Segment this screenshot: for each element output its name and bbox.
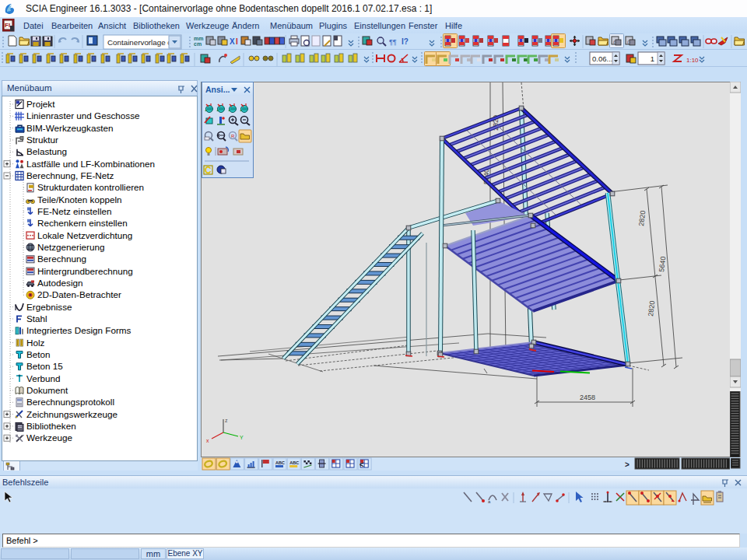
svg-text:Werkzeuge: Werkzeuge xyxy=(26,432,72,443)
svg-text:0.06...: 0.06... xyxy=(592,54,612,63)
svg-text:ABC: ABC xyxy=(275,460,285,465)
svg-text:FI: FI xyxy=(5,22,10,29)
svg-text:Beton 15: Beton 15 xyxy=(26,361,63,371)
svg-text:5640: 5640 xyxy=(658,256,667,272)
svg-text:<: < xyxy=(359,460,364,469)
svg-text:2820: 2820 xyxy=(647,300,656,317)
svg-text:Containervorlage o: Containervorlage o xyxy=(107,38,172,47)
svg-text:Strukturdaten kontrollieren: Strukturdaten kontrollieren xyxy=(37,182,144,192)
svg-text:Berechnung, FE-Netz: Berechnung, FE-Netz xyxy=(26,170,114,180)
svg-text:z: z xyxy=(225,418,228,423)
svg-text:Struktur: Struktur xyxy=(26,135,58,145)
svg-text:Holz: Holz xyxy=(26,338,45,348)
svg-text:Berechnung: Berechnung xyxy=(37,254,86,264)
svg-text:a: a xyxy=(488,499,491,504)
svg-text:¶¶: ¶¶ xyxy=(389,38,397,46)
svg-text:Integriertes Design Forms: Integriertes Design Forms xyxy=(26,325,132,335)
svg-text:Rechenkern einstellen: Rechenkern einstellen xyxy=(37,218,128,228)
svg-text:2820: 2820 xyxy=(637,210,647,226)
svg-text:0: 0 xyxy=(627,39,631,46)
svg-text:Lokale Netzverdichtung: Lokale Netzverdichtung xyxy=(37,230,132,240)
svg-text:Stahl: Stahl xyxy=(26,313,47,324)
svg-text:Beton: Beton xyxy=(26,349,51,359)
svg-text:Linienraster und Geschosse: Linienraster und Geschosse xyxy=(26,110,140,121)
svg-text:Bibliotheken: Bibliotheken xyxy=(26,421,76,431)
svg-text:BIM-Werkzeugkasten: BIM-Werkzeugkasten xyxy=(26,123,114,133)
svg-text:x: x xyxy=(206,438,209,443)
svg-text:Dokument: Dokument xyxy=(26,385,68,395)
svg-text:Belastung: Belastung xyxy=(26,146,67,156)
svg-text:Projekt: Projekt xyxy=(26,99,55,109)
svg-text:FE-Netz einstellen: FE-Netz einstellen xyxy=(37,206,112,216)
svg-text:I?: I? xyxy=(402,37,409,46)
svg-text:Zeichnungswerkzeuge: Zeichnungswerkzeuge xyxy=(26,409,117,419)
svg-text:Lastfälle und LF-Kombinationen: Lastfälle und LF-Kombinationen xyxy=(26,159,155,169)
svg-text:6: 6 xyxy=(613,39,617,46)
svg-text:>: > xyxy=(625,460,630,469)
svg-text:cm: cm xyxy=(194,41,202,47)
svg-text:mm: mm xyxy=(194,36,203,41)
svg-text:Y: Y xyxy=(240,435,244,440)
svg-text:Teile/Knoten koppeln: Teile/Knoten koppeln xyxy=(37,194,122,205)
svg-text:Ergebnisse: Ergebnisse xyxy=(26,302,72,312)
svg-text:Hintergrundberechnung: Hintergrundberechnung xyxy=(37,266,133,276)
svg-text:1:10: 1:10 xyxy=(686,57,699,64)
svg-text:2458: 2458 xyxy=(580,394,595,401)
svg-text:Berechnungsprotokoll: Berechnungsprotokoll xyxy=(26,397,114,407)
svg-text:2D-Daten-Betrachter: 2D-Daten-Betrachter xyxy=(37,289,121,299)
svg-text:Verbund: Verbund xyxy=(26,373,61,383)
svg-text:R: R xyxy=(231,134,235,138)
svg-text:ABC: ABC xyxy=(289,460,299,465)
svg-text:X: X xyxy=(230,37,235,46)
svg-text:Netzgenerierung: Netzgenerierung xyxy=(37,242,104,252)
svg-text:I: I xyxy=(236,37,238,46)
svg-text:Autodesign: Autodesign xyxy=(37,278,82,288)
svg-text:1: 1 xyxy=(651,54,654,63)
